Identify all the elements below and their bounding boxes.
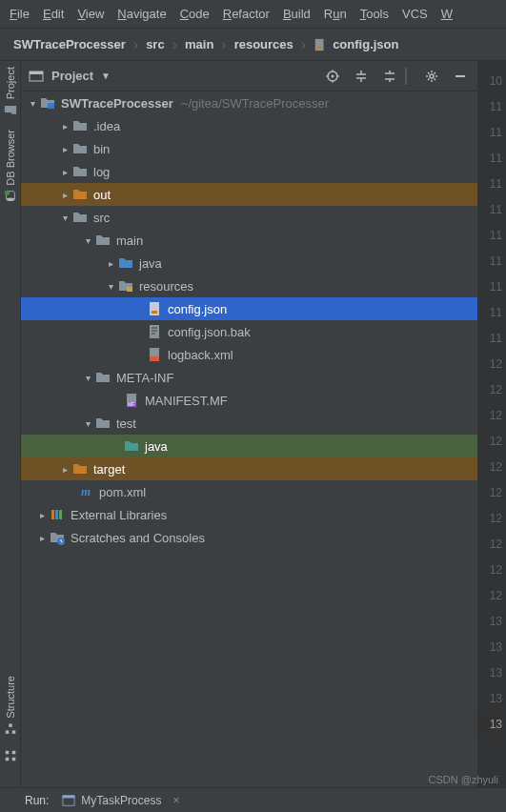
expand-arrow-icon[interactable]: ▾ [82,418,93,429]
menu-edit[interactable]: Edit [43,7,64,21]
svg-rect-8 [11,751,15,755]
expand-arrow-icon[interactable]: ▸ [59,190,71,200]
expand-arrow-icon[interactable]: ▸ [105,258,116,269]
folder-icon [4,103,17,116]
project-panel-header: Project ▼ [21,61,477,91]
project-panel: Project ▼ ▾ SWTraceProcesser ~/gitea/SWT… [21,61,477,787]
rail-project[interactable]: Project [4,67,17,116]
close-icon[interactable]: × [172,794,179,807]
rail-db-browser[interactable]: DB Browser [4,130,17,203]
folder-icon [72,118,88,133]
settings-button[interactable] [422,67,441,86]
favorites-icon[interactable] [4,749,17,762]
menu-file[interactable]: File [10,7,30,21]
crumb-main[interactable]: main [181,37,217,51]
menu-vcs[interactable]: VCS [402,7,428,21]
expand-arrow-icon[interactable]: ▾ [82,235,93,246]
tree-item-src[interactable]: ▾src [21,206,477,229]
line-number: 13 [478,635,502,660]
breadcrumb-bar: SWTraceProcesser › src › main › resource… [0,29,506,61]
xml-file-icon [147,347,162,362]
project-tree[interactable]: ▾ SWTraceProcesser ~/gitea/SWTraceProces… [21,91,477,787]
svg-rect-27 [51,510,54,519]
expand-arrow-icon[interactable]: ▾ [82,373,93,383]
line-number: 13 [478,609,502,635]
run-tab[interactable]: MyTaskProcess × [62,794,179,807]
menu-tools[interactable]: Tools [360,7,389,21]
folder-icon [72,141,88,156]
svg-point-3 [4,191,9,195]
expand-arrow-icon[interactable]: ▸ [59,144,71,154]
expand-arrow-icon[interactable]: ▾ [27,98,38,109]
svg-rect-7 [5,751,9,755]
crumb-sep-icon: › [301,36,306,53]
tree-item-test[interactable]: ▾test [21,412,477,435]
hide-button[interactable] [451,67,470,86]
project-selector[interactable]: Project ▼ [29,69,111,84]
expand-arrow-icon[interactable]: ▸ [59,121,71,132]
crumb-src[interactable]: src [142,37,169,51]
expand-arrow-icon[interactable]: ▾ [59,213,71,223]
expand-arrow-icon[interactable]: ▾ [105,281,116,292]
line-number: 12 [478,532,502,558]
tree-item-java-test[interactable]: java [21,435,477,457]
crumb-sep-icon: › [221,36,226,53]
tree-item-out[interactable]: ▸out [21,183,477,206]
database-icon [4,190,17,203]
excluded-folder-icon [72,461,88,477]
collapse-all-button[interactable] [380,67,399,86]
tree-item-target[interactable]: ▸target [21,457,477,480]
svg-rect-5 [5,731,9,735]
expand-arrow-icon[interactable]: ▸ [59,167,71,177]
tree-item-main[interactable]: ▾main [21,229,477,252]
svg-rect-28 [55,510,58,519]
menu-view[interactable]: View [77,7,104,21]
rail-structure[interactable]: Structure [4,676,17,736]
menu-refactor[interactable]: Refactor [223,7,270,21]
line-number: 12 [478,480,502,506]
svg-rect-12 [30,71,43,74]
tree-item-config-json[interactable]: config.json [21,297,477,320]
tree-item-manifest[interactable]: MFMANIFEST.MF [21,389,477,412]
menu-code[interactable]: Code [180,7,210,21]
tree-item-log[interactable]: ▸log [21,160,477,183]
menu-navigate[interactable]: Navigate [117,7,166,21]
tree-item-pom[interactable]: mpom.xml [21,480,477,503]
console-icon [62,794,75,807]
tree-item-java-main[interactable]: ▸java [21,252,477,274]
line-number: 12 [478,583,502,609]
line-number: 11 [478,326,502,352]
tree-item-logback[interactable]: logback.xml [21,343,477,366]
tree-item-resources[interactable]: ▾resources [21,274,477,297]
svg-rect-20 [152,311,157,314]
expand-arrow-icon[interactable]: ▸ [59,464,71,475]
tool-rail-left: Project DB Browser Structure [0,61,21,787]
crumb-project[interactable]: SWTraceProcesser [10,37,130,51]
manifest-file-icon: MF [124,393,139,408]
tree-item-metainf[interactable]: ▾META-INF [21,366,477,389]
line-number: 10 [478,69,502,94]
menu-window[interactable]: W [441,7,453,21]
tree-item-scratches[interactable]: ▸Scratches and Consoles [21,526,477,549]
svg-rect-4 [11,731,15,735]
svg-rect-29 [59,510,62,519]
folder-icon [72,210,88,225]
expand-arrow-icon[interactable]: ▸ [36,533,48,543]
crumb-file[interactable]: config.json [310,37,402,51]
svg-rect-21 [150,325,159,338]
tree-item-external-libs[interactable]: ▸External Libraries [21,503,477,526]
folder-icon [95,233,111,248]
menu-run[interactable]: Run [324,7,347,21]
crumb-resources[interactable]: resources [231,37,297,51]
watermark: CSDN @zhyuli [428,774,498,785]
tree-item-idea[interactable]: ▸.idea [21,114,477,137]
locate-button[interactable] [323,67,342,86]
tree-item-bin[interactable]: ▸bin [21,137,477,160]
line-number: 11 [478,94,502,120]
tree-item-config-bak[interactable]: config.json.bak [21,320,477,343]
line-number: 11 [478,172,502,197]
expand-all-button[interactable] [352,67,371,86]
tree-root[interactable]: ▾ SWTraceProcesser ~/gitea/SWTraceProces… [21,91,477,114]
menu-build[interactable]: Build [283,7,311,21]
expand-arrow-icon[interactable]: ▸ [36,510,48,520]
